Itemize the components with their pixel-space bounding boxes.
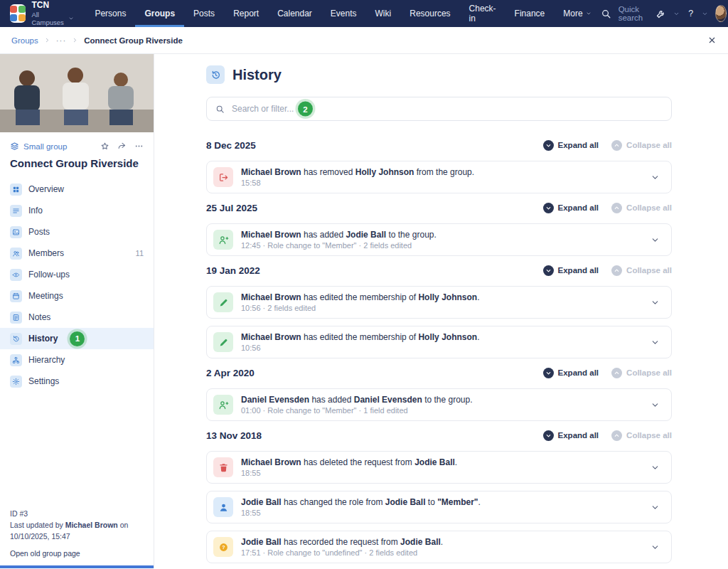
chevron-down-icon[interactable] [651,543,660,552]
collapse-all-button[interactable]: Collapse all [611,203,672,213]
sidebar-item-overview[interactable]: Overview [0,179,154,200]
topnav-item-posts[interactable]: Posts [184,0,224,27]
breadcrumb-current: Connect Group Riverside [84,36,183,45]
quick-search[interactable]: Quick search [619,5,649,22]
topnav-item-label: Calendar [277,9,312,18]
chevron-down-icon[interactable] [651,338,660,347]
search-input[interactable] [230,103,663,115]
sidebar-item-label: Overview [28,184,64,194]
entry-text: Michael Brown has added Jodie Ball to th… [241,230,437,250]
collapse-all-button[interactable]: Collapse all [611,265,672,276]
sidebar-item-meetings[interactable]: Meetings [0,285,154,307]
person-icon [213,497,233,517]
entry-meta: 12:45 · Role change to "Member" · 2 fiel… [241,241,437,250]
chevron-down-icon[interactable] [651,503,660,512]
search-icon[interactable] [601,9,611,19]
topnav-item-label: Events [331,9,357,18]
date-heading: 19 Jan 2022 [206,265,260,276]
campus-selector[interactable]: All Campuses [31,11,74,26]
date-group-controls: Expand allCollapse all [543,140,672,151]
entry-text: Daniel Evensden has added Daniel Evensde… [241,395,473,415]
topnav-item-calendar[interactable]: Calendar [268,0,321,27]
history-entry[interactable]: Michael Brown has edited the membership … [206,286,672,319]
expand-all-button[interactable]: Expand all [543,368,599,378]
chevron-down-icon [68,16,74,21]
ellipsis-icon[interactable] [134,142,144,151]
person-add-icon [213,230,233,250]
sidebar-item-notes[interactable]: Notes [0,307,154,328]
open-old-group-page-link[interactable]: Open old group page [10,548,146,560]
entry-meta: 18:55 [241,509,481,517]
collapse-all-label: Collapse all [626,368,672,377]
group-title: Connect Group Riverside [0,151,154,179]
history-date-group: 25 Jul 2025Expand allCollapse allMichael… [206,201,672,256]
expand-all-button[interactable]: Expand all [543,203,599,213]
svg-text:?: ? [222,545,225,551]
history-icon [10,333,22,345]
date-group-header: 19 Jan 2022Expand allCollapse all [206,263,672,277]
tools-icon[interactable] [655,9,666,19]
sidebar-item-settings[interactable]: Settings [0,371,154,392]
topnav-item-check-in[interactable]: Check-in [460,0,505,27]
history-entry[interactable]: Michael Brown has added Jodie Ball to th… [206,223,672,256]
sidebar-item-hierarchy[interactable]: Hierarchy [0,349,154,371]
entry-text: Michael Brown has removed Holly Johnson … [241,167,474,187]
entry-text: Michael Brown has edited the membership … [241,292,479,312]
date-group-header: 13 Nov 2018Expand allCollapse all [206,428,672,442]
sidebar-item-posts[interactable]: Posts [0,221,154,243]
expand-all-button[interactable]: Expand all [543,265,599,276]
topnav-item-more[interactable]: More [554,0,600,27]
chevron-down-icon[interactable] [651,235,660,245]
date-heading: 13 Nov 2018 [206,430,262,441]
expand-all-button[interactable]: Expand all [543,430,599,441]
topnav-item-groups[interactable]: Groups [135,0,184,27]
collapse-all-button[interactable]: Collapse all [611,140,672,151]
entry-text: Michael Brown has deleted the request fr… [241,457,457,477]
sidebar-item-history[interactable]: History1 [0,328,154,349]
help-button[interactable]: ? [687,9,695,18]
history-entry[interactable]: Michael Brown has edited the membership … [206,326,672,358]
expand-all-button[interactable]: Expand all [543,140,599,151]
sidebar-item-follow-ups[interactable]: Follow-ups [0,264,154,285]
date-group-controls: Expand allCollapse all [543,265,672,276]
topnav-item-report[interactable]: Report [224,0,268,27]
history-entry[interactable]: Michael Brown has removed Holly Johnson … [206,161,672,193]
topnav-item-resources[interactable]: Resources [400,0,459,27]
topnav-item-persons[interactable]: Persons [85,0,135,27]
share-icon[interactable] [117,142,127,151]
topnav-item-finance[interactable]: Finance [505,0,555,27]
history-entry[interactable]: Jodie Ball has changed the role from Jod… [206,491,672,523]
date-group-header: 25 Jul 2025Expand allCollapse all [206,201,672,215]
group-type-label[interactable]: Small group [23,142,67,151]
collapse-all-button[interactable]: Collapse all [611,430,672,441]
close-icon[interactable] [707,36,717,45]
chevron-down-icon[interactable] [651,173,660,182]
sidebar-item-members[interactable]: Members11 [0,243,154,264]
user-avatar[interactable] [715,5,727,22]
history-entry[interactable]: Michael Brown has deleted the request fr… [206,451,672,484]
history-date-group: 13 Nov 2018Expand allCollapse allMichael… [206,428,672,563]
chevron-down-icon[interactable] [651,298,660,307]
entry-description: Michael Brown has edited the membership … [241,292,479,302]
chevron-down-icon[interactable] [651,400,660,410]
date-group-header: 8 Dec 2025Expand allCollapse all [206,138,672,152]
sidebar-item-label: Follow-ups [28,270,70,280]
history-entry[interactable]: Daniel Evensden has added Daniel Evensde… [206,388,672,421]
sidebar-item-info[interactable]: Info [0,200,154,221]
breadcrumb-ellipsis[interactable]: ··· [56,36,67,45]
app-brand[interactable]: TCN All Campuses [10,1,74,26]
star-icon[interactable] [100,142,109,151]
breadcrumb-groups-link[interactable]: Groups [11,36,38,45]
chevron-down-icon[interactable] [702,11,708,17]
chevron-down-icon[interactable] [673,11,680,17]
users-icon [10,248,22,260]
topnav-item-wiki[interactable]: Wiki [366,0,401,27]
circle-chevron-down-icon [543,368,554,378]
topnav-item-events[interactable]: Events [321,0,366,27]
search-bar[interactable]: 2 [206,97,672,121]
entry-text: Jodie Ball has changed the role from Jod… [241,497,481,517]
history-entry[interactable]: ?Jodie Ball has recorded the request fro… [206,531,672,563]
collapse-all-button[interactable]: Collapse all [611,368,672,378]
chevron-down-icon[interactable] [651,463,660,472]
member-count-badge: 11 [136,249,144,257]
